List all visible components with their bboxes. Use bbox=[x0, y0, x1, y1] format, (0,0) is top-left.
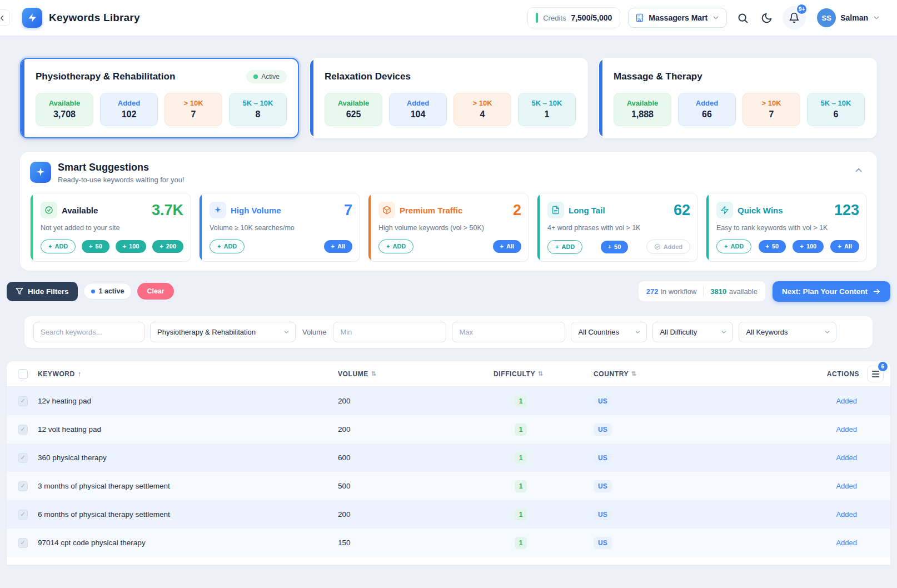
page-title: Keywords Library bbox=[49, 12, 140, 24]
active-label: Active bbox=[261, 73, 280, 81]
chevron-down-icon bbox=[824, 328, 831, 336]
smart-suggestions-title: Smart Suggestions bbox=[58, 162, 185, 173]
suggestion-desc: 4+ word phrases with vol > 1K bbox=[547, 224, 690, 232]
clear-filters-button[interactable]: Clear bbox=[137, 283, 173, 300]
notifications-button[interactable]: 9+ bbox=[783, 6, 806, 29]
keyword-cell: 3 months of physical therapy settlement bbox=[38, 482, 338, 490]
stat-label: 5K – 10K bbox=[233, 99, 283, 107]
sort-keyword-header[interactable]: KEYWORD bbox=[38, 370, 338, 378]
select-all-checkbox[interactable] bbox=[18, 369, 28, 379]
chevron-left-icon bbox=[0, 14, 6, 22]
country-cell: US bbox=[594, 452, 777, 464]
stat-available: Available 1,888 bbox=[614, 93, 671, 126]
search-input[interactable] bbox=[33, 322, 144, 342]
sort-volume-header[interactable]: VOLUME bbox=[338, 370, 494, 378]
keyword-cell: 12 volt heating pad bbox=[38, 425, 338, 433]
columns-menu-button[interactable]: 6 bbox=[867, 366, 884, 382]
workflow-label: in workflow bbox=[661, 287, 696, 296]
plus-icon bbox=[331, 243, 335, 250]
plus-icon bbox=[724, 243, 727, 250]
suggestion-count: 2 bbox=[513, 203, 521, 218]
chevron-down-icon bbox=[720, 328, 727, 336]
dark-mode-toggle[interactable] bbox=[759, 10, 775, 26]
sort-difficulty-header[interactable]: DIFFICULTY bbox=[494, 370, 594, 378]
country-cell: US bbox=[594, 395, 777, 407]
suggestion-card-long-tail: Long Tail 62 4+ word phrases with vol > … bbox=[537, 193, 698, 262]
search-button[interactable] bbox=[735, 10, 751, 26]
table-row[interactable]: 97014 cpt code physical therapy 150 1 US… bbox=[7, 529, 890, 557]
difficulty-cell: 1 bbox=[494, 395, 594, 407]
avatar: SS bbox=[817, 8, 836, 27]
add-200-button[interactable]: 200 bbox=[152, 240, 183, 253]
difficulty-cell: 1 bbox=[494, 452, 594, 464]
project-select[interactable]: Physiotherapy & Rehabilitation bbox=[150, 322, 296, 342]
back-button[interactable] bbox=[0, 9, 10, 26]
add-50-button[interactable]: 50 bbox=[759, 240, 786, 253]
project-name: Relaxation Devices bbox=[325, 71, 411, 82]
row-checkbox[interactable] bbox=[18, 425, 28, 435]
plus-icon bbox=[608, 244, 611, 250]
row-checkbox[interactable] bbox=[18, 538, 28, 548]
add-all-button[interactable]: All bbox=[830, 240, 859, 253]
add-all-button[interactable]: All bbox=[493, 240, 522, 253]
row-checkbox[interactable] bbox=[18, 510, 28, 520]
table-row[interactable]: 360 physical therapy 600 1 US Added bbox=[7, 444, 890, 472]
suggestion-count: 7 bbox=[344, 203, 352, 218]
plus-icon bbox=[160, 243, 163, 250]
added-status: Added bbox=[777, 510, 890, 519]
credits-label: Credits bbox=[543, 14, 566, 22]
stat-label: Added bbox=[104, 99, 154, 107]
add-100-button[interactable]: 100 bbox=[793, 240, 824, 253]
stat-label: Added bbox=[682, 99, 732, 107]
sort-country-header[interactable]: COUNTRY bbox=[594, 370, 777, 378]
row-checkbox[interactable] bbox=[18, 453, 28, 463]
funnel-icon bbox=[16, 287, 23, 295]
table-row[interactable]: 3 months of physical therapy settlement … bbox=[7, 472, 890, 500]
collapse-button[interactable] bbox=[850, 162, 867, 178]
table-row[interactable]: 12 volt heating pad 200 1 US Added bbox=[7, 415, 890, 444]
hide-filters-button[interactable]: Hide Filters bbox=[7, 282, 78, 301]
added-button[interactable]: Added bbox=[646, 240, 690, 254]
user-menu[interactable]: SS Salman bbox=[814, 8, 884, 28]
stat-5k-10k: 5K – 10K 1 bbox=[518, 93, 576, 126]
suggestion-card-quick-wins: Quick Wins 123 Easy to rank keywords wit… bbox=[706, 193, 867, 262]
country-select[interactable]: All Countries bbox=[571, 322, 647, 342]
added-status: Added bbox=[777, 482, 890, 490]
volume-cell: 200 bbox=[338, 510, 494, 519]
volume-max-input[interactable] bbox=[452, 322, 565, 342]
add-button[interactable]: ADD bbox=[547, 240, 582, 254]
project-card-physiotherapy[interactable]: Physiotherapy & Rehabilitation Active Av… bbox=[20, 58, 299, 138]
add-50-button[interactable]: 50 bbox=[601, 241, 629, 253]
card-accent-bar bbox=[368, 193, 371, 261]
credits-value: 7,500/5,000 bbox=[571, 13, 612, 22]
add-button[interactable]: ADD bbox=[41, 240, 76, 253]
org-selector[interactable]: Massagers Mart bbox=[628, 8, 727, 28]
add-button[interactable]: ADD bbox=[210, 240, 245, 253]
next-plan-content-button[interactable]: Next: Plan Your Content bbox=[773, 281, 890, 302]
table-row[interactable]: 6 months of physical therapy settlement … bbox=[7, 500, 890, 529]
add-all-button[interactable]: All bbox=[324, 240, 353, 253]
card-accent-bar bbox=[537, 193, 540, 261]
check-circle-icon bbox=[41, 202, 57, 218]
add-button[interactable]: ADD bbox=[378, 240, 413, 253]
row-checkbox[interactable] bbox=[18, 481, 28, 491]
difficulty-select[interactable]: All Difficulty bbox=[652, 322, 733, 342]
check-circle-icon bbox=[654, 243, 661, 250]
card-accent-bar bbox=[200, 193, 202, 261]
project-card-relaxation-devices[interactable]: Relaxation Devices Available 625 Added 1… bbox=[309, 58, 588, 138]
add-100-button[interactable]: 100 bbox=[116, 240, 147, 253]
hamburger-icon bbox=[872, 371, 879, 377]
add-button[interactable]: ADD bbox=[716, 240, 751, 253]
suggestion-desc: Volume ≥ 10K searches/mo bbox=[210, 224, 352, 232]
available-label: available bbox=[729, 287, 758, 296]
row-checkbox[interactable] bbox=[18, 396, 28, 406]
add-50-button[interactable]: 50 bbox=[82, 240, 109, 253]
keyword-cell: 360 physical therapy bbox=[38, 454, 338, 462]
volume-min-input[interactable] bbox=[333, 322, 446, 342]
table-row[interactable]: 12v heating pad 200 1 US Added bbox=[7, 387, 890, 415]
chevron-up-icon bbox=[854, 165, 864, 175]
plus-icon bbox=[500, 243, 504, 250]
project-card-massage-therapy[interactable]: Massage & Therapy Available 1,888 Added … bbox=[598, 58, 877, 138]
country-cell: US bbox=[594, 509, 777, 521]
keywords-select[interactable]: All Keywords bbox=[739, 322, 836, 342]
